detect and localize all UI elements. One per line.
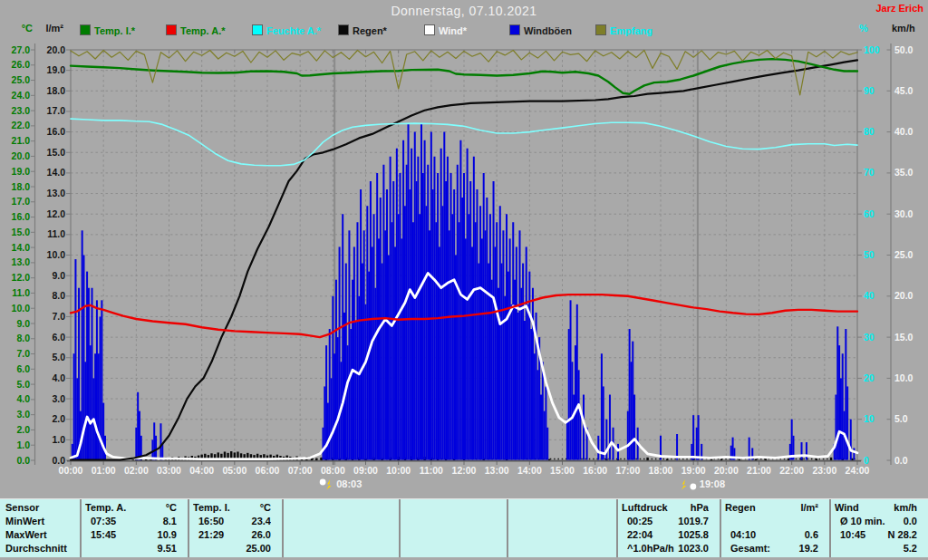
wind-tick-label: 5.0 (894, 413, 908, 424)
celsius-tick-label: 0.0 (16, 455, 30, 466)
wind-tick-label: 15.0 (894, 332, 914, 343)
celsius-tick-label: 1.0 (16, 439, 30, 450)
time-tick-label: 24:00 (846, 465, 870, 476)
table-row-label: MaxWert (5, 528, 78, 541)
humidity-tick-label: 70 (864, 167, 875, 178)
celsius-tick-label: 16.0 (12, 211, 31, 222)
wind-tick-label: 10.0 (894, 372, 914, 383)
table-cell-value: 23.4 (229, 515, 271, 527)
table-cell-value: 9.51 (128, 542, 177, 555)
table-cell-value: 10.9 (128, 528, 177, 541)
time-tick-label: 11:00 (420, 465, 443, 476)
time-tick-label: 07:00 (288, 465, 313, 476)
table-cell-value: 25.00 (229, 542, 271, 555)
table-divider (616, 499, 618, 557)
rain-intensity-bar (646, 458, 648, 460)
celsius-tick-label: 21.0 (12, 135, 31, 146)
table-col-unit: °C (234, 501, 271, 514)
time-tick-label: 17:00 (615, 465, 640, 476)
rain-intensity-bar (720, 459, 722, 460)
rain-intensity-bar (666, 459, 668, 460)
summary-table: SensorMinWertMaxWertDurchschnittTemp. A.… (0, 498, 928, 557)
rain-tick-label: 6.0 (52, 332, 65, 343)
celsius-tick-label: 2.0 (16, 424, 30, 435)
time-tick-label: 09:00 (353, 465, 378, 476)
rain-tick-label: 20.0 (47, 44, 66, 55)
table-divider (282, 499, 284, 557)
rain-tick-label: 4.0 (52, 372, 65, 383)
wind-tick-label: 35.0 (894, 167, 914, 178)
table-cell-value: 0.0 (873, 515, 917, 527)
time-tick-label: 03:00 (157, 465, 181, 476)
celsius-tick-label: 11.0 (12, 287, 30, 298)
rain-tick-label: 16.0 (47, 126, 66, 137)
rain-tick-label: 1.0 (52, 434, 65, 445)
celsius-tick-label: 9.0 (16, 318, 30, 329)
rain-tick-label: 3.0 (52, 393, 65, 404)
rain-tick-label: 17.0 (47, 105, 66, 116)
weather-chart-screen: Donnerstag, 07.10.2021 Jarz Erich °C l/m… (0, 0, 928, 560)
wind-tick-label: 0.0 (894, 455, 908, 466)
celsius-tick-label: 24.0 (12, 90, 31, 101)
humidity-tick-label: 40 (864, 290, 875, 301)
table-divider (507, 499, 508, 557)
celsius-tick-label: 4.0 (16, 393, 30, 404)
rain-tick-label: 5.0 (52, 352, 65, 362)
table-col-unit: l/m² (774, 501, 819, 514)
time-tick-label: 13:00 (485, 465, 509, 476)
celsius-tick-label: 18.0 (12, 181, 31, 192)
wind-tick-label: 50.0 (894, 44, 914, 55)
rain-tick-label: 9.0 (52, 270, 65, 281)
sunset-marker-time-label: 19:08 (700, 478, 725, 489)
table-divider (720, 499, 721, 557)
humidity-tick-label: 80 (864, 126, 875, 137)
wind-tick-label: 30.0 (894, 208, 914, 219)
time-tick-label: 00:00 (59, 465, 83, 476)
celsius-tick-label: 7.0 (16, 348, 30, 359)
time-tick-label: 14:00 (517, 465, 542, 476)
rain-tick-label: 19.0 (47, 64, 66, 75)
rain-tick-label: 7.0 (52, 311, 65, 322)
time-tick-label: 10:00 (386, 465, 411, 476)
sunrise-marker-time-label: 08:03 (336, 478, 362, 489)
celsius-tick-label: 10.0 (12, 303, 31, 314)
celsius-tick-label: 15.0 (12, 227, 31, 237)
celsius-tick-label: 23.0 (12, 105, 31, 116)
table-divider (399, 499, 401, 557)
celsius-tick-label: 25.0 (12, 74, 31, 85)
celsius-tick-label: 13.0 (12, 256, 31, 267)
rain-tick-label: 2.0 (52, 413, 65, 424)
rain-intensity-bar (315, 459, 317, 460)
celsius-tick-label: 19.0 (12, 166, 31, 177)
humidity-tick-label: 10 (864, 413, 875, 424)
table-cell-value: 8.1 (128, 515, 177, 527)
table-cell-value: 0.6 (768, 528, 818, 541)
celsius-tick-label: 26.0 (12, 59, 31, 70)
table-cell-value: 1025.8 (662, 528, 709, 541)
celsius-tick-label: 8.0 (16, 333, 30, 343)
time-tick-label: 05:00 (222, 465, 246, 476)
time-tick-label: 02:00 (124, 465, 149, 476)
table-divider (829, 499, 831, 557)
wind-tick-label: 40.0 (894, 126, 914, 137)
celsius-tick-label: 20.0 (12, 150, 31, 161)
table-cell-value: 26.0 (229, 528, 271, 541)
humidity-tick-label: 60 (864, 208, 875, 219)
celsius-tick-label: 5.0 (16, 379, 30, 390)
rain-tick-label: 12.0 (47, 208, 66, 219)
humidity-tick-label: 30 (864, 332, 875, 343)
table-col-unit: hPa (667, 501, 709, 514)
rain-intensity-bar (816, 459, 817, 460)
time-tick-label: 08:00 (321, 465, 345, 476)
table-row-label: MinWert (5, 515, 78, 527)
time-tick-label: 19:00 (682, 465, 706, 476)
rain-tick-label: 18.0 (47, 85, 66, 96)
series-feuchte-a- (71, 119, 857, 166)
humidity-tick-label: 50 (864, 249, 875, 260)
time-tick-label: 21:00 (747, 465, 771, 476)
table-cell-value: 5.2 (873, 542, 917, 555)
sunset-icon (690, 484, 696, 490)
time-tick-label: 15:00 (550, 465, 575, 476)
time-tick-label: 06:00 (256, 465, 280, 476)
time-tick-label: 01:00 (92, 465, 116, 476)
